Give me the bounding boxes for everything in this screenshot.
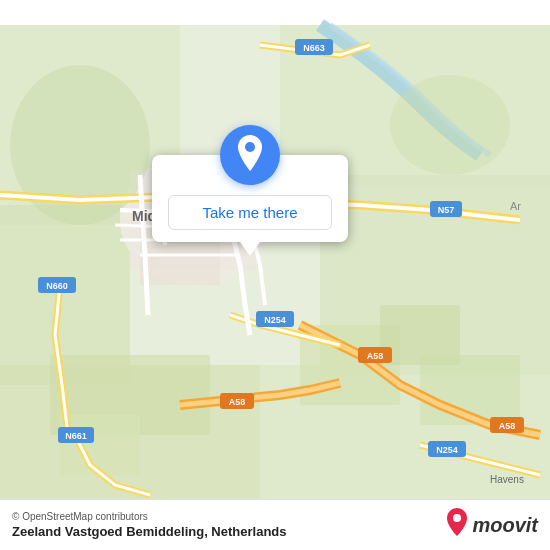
svg-rect-13: [60, 415, 140, 475]
svg-text:N254: N254: [436, 445, 458, 455]
location-pin-icon: [234, 135, 266, 176]
popup-icon-area: [220, 125, 280, 185]
moovit-text: moovit: [472, 514, 538, 537]
take-me-there-button[interactable]: Take me there: [168, 195, 332, 230]
moovit-logo: moovit: [446, 508, 538, 542]
map-background: N663 N57 N57 N660 N661 N254 N254 A58 A58…: [0, 0, 550, 550]
svg-text:A58: A58: [499, 421, 516, 431]
svg-text:N57: N57: [438, 205, 455, 215]
bottom-left: © OpenStreetMap contributors Zeeland Vas…: [12, 511, 287, 539]
copyright-text: © OpenStreetMap contributors: [12, 511, 287, 522]
svg-text:A58: A58: [229, 397, 246, 407]
bottom-bar: © OpenStreetMap contributors Zeeland Vas…: [0, 499, 550, 550]
svg-text:N661: N661: [65, 431, 87, 441]
svg-text:Ar: Ar: [510, 200, 521, 212]
svg-text:N660: N660: [46, 281, 68, 291]
svg-point-41: [245, 142, 255, 152]
moovit-pin-icon: [446, 508, 468, 542]
location-name: Zeeland Vastgoed Bemiddeling, Netherland…: [12, 524, 287, 539]
svg-text:N663: N663: [303, 43, 325, 53]
svg-text:A58: A58: [367, 351, 384, 361]
svg-point-11: [390, 75, 510, 175]
svg-point-42: [453, 514, 461, 522]
svg-text:Havens: Havens: [490, 474, 524, 485]
map-container: N663 N57 N57 N660 N661 N254 N254 A58 A58…: [0, 0, 550, 550]
svg-text:N254: N254: [264, 315, 286, 325]
popup-card: Take me there: [152, 155, 348, 242]
